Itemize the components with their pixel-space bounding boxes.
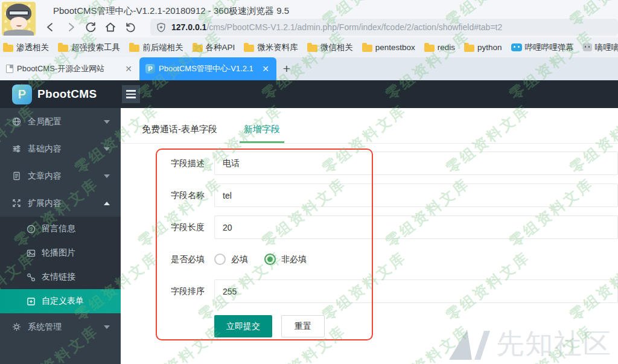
pbootcms-favicon: P <box>145 64 155 74</box>
radio-not-required-label[interactable]: 非必填 <box>281 254 307 265</box>
bookmark-label: 微信相关 <box>320 42 353 53</box>
browser-tab-site[interactable]: PbootCMS-开源企业网站 ✕ <box>0 57 139 80</box>
field-name-input[interactable] <box>214 184 618 207</box>
chevron-down-icon <box>104 174 110 178</box>
form-row-required: 是否必填 必填 非必填 <box>214 247 618 271</box>
form-row-description: 字段描述 <box>214 152 618 175</box>
undo-button[interactable] <box>122 19 139 36</box>
xianzhi-logo-icon <box>448 327 491 361</box>
undo-icon <box>124 21 136 33</box>
bookmark-folder[interactable]: pentestbox <box>362 43 415 52</box>
forward-button[interactable] <box>62 19 79 36</box>
expand-arrows-icon <box>12 199 21 208</box>
question-circle-icon: ? <box>27 225 36 234</box>
close-tab-icon[interactable]: ✕ <box>261 64 270 74</box>
chevron-down-icon <box>104 147 110 151</box>
bookmark-bilibili[interactable]: 哔哩哔哩弹幕 <box>511 42 574 53</box>
bookmark-label: pentestbox <box>375 43 415 52</box>
bookmark-label: 超强搜索工具 <box>71 42 120 53</box>
field-name-label: 字段名称 <box>171 184 205 207</box>
refresh-icon <box>84 21 97 33</box>
radio-required[interactable] <box>214 254 226 265</box>
avatar-shoulders <box>4 30 34 36</box>
document-icon <box>12 171 21 180</box>
sidebar-subitem-messages[interactable]: ? 留言信息 <box>0 217 121 241</box>
avatar-visor <box>8 10 29 16</box>
refresh-button[interactable] <box>82 19 99 36</box>
bookmark-folder[interactable]: 渗透相关 <box>3 42 49 53</box>
bookmark-folder[interactable]: redis <box>424 43 455 52</box>
admin-header: P PbootCMS <box>0 80 618 108</box>
radio-dot <box>267 257 273 262</box>
url-path: /cms/PbootCMS-V1.2.1/admin.php/Form/inde… <box>206 22 502 32</box>
shield-safety-icon <box>156 22 166 33</box>
field-length-input[interactable] <box>214 216 618 239</box>
sidebar-toggle-button[interactable] <box>122 85 140 103</box>
sidebar-subitem-carousel[interactable]: 轮播图片 <box>0 241 121 265</box>
bookmark-label: 哔哩哔哩弹幕 <box>525 42 574 53</box>
sidebar-subitem-custom-forms-active[interactable]: 自定义表单 <box>0 289 121 313</box>
sidebar-item-extended-content[interactable]: 扩展内容 <box>0 190 121 217</box>
radio-required-label[interactable]: 必填 <box>231 254 248 265</box>
submit-button[interactable]: 立即提交 <box>214 315 272 337</box>
browser-tab-admin-active[interactable]: P PbootCMS管理中心-V1.2.1 ✕ <box>139 57 276 80</box>
field-sort-label: 字段排序 <box>171 279 205 303</box>
home-button[interactable] <box>102 19 119 36</box>
xianzhi-logo-text: 先知社区 <box>496 325 612 363</box>
required-label: 是否必填 <box>171 247 205 271</box>
bookmark-folder[interactable]: 微米资料库 <box>244 42 298 53</box>
bookmark-label: 渗透相关 <box>16 42 49 53</box>
content-tabs: 免费通话-表单字段 新增字段 <box>121 108 618 144</box>
bookmark-folder[interactable]: 各种API <box>193 42 235 53</box>
bookmark-folder[interactable]: python <box>464 43 502 52</box>
globe-icon <box>12 117 21 126</box>
brand[interactable]: P PbootCMS <box>0 80 121 108</box>
bookmark-folder[interactable]: 超强搜索工具 <box>58 42 120 53</box>
chevron-down-icon <box>104 120 110 124</box>
sidebar-item-label: 扩展内容 <box>28 198 104 209</box>
address-bar[interactable]: 127.0.0.1/cms/PbootCMS-V1.2.1/admin.php/… <box>150 19 618 36</box>
reset-button[interactable]: 重置 <box>281 315 325 337</box>
new-tab-button[interactable]: + <box>276 57 297 80</box>
bookmark-dilidili[interactable]: 嘀哩嘀 <box>583 42 618 53</box>
back-button[interactable] <box>42 19 59 36</box>
sidebar-subitem-label: 友情链接 <box>42 272 121 283</box>
field-sort-input[interactable] <box>214 279 618 303</box>
sidebar-subitem-label: 轮播图片 <box>42 247 121 258</box>
bookmarks-bar: 渗透相关 超强搜索工具 前后端相关 各种API 微米资料库 微信相关 pente… <box>0 37 618 57</box>
page-icon <box>6 65 13 73</box>
field-length-label: 字段长度 <box>171 216 205 239</box>
home-icon <box>104 21 116 33</box>
folder-icon <box>129 45 139 52</box>
close-tab-icon[interactable]: ✕ <box>124 64 133 74</box>
folder-icon <box>307 45 317 52</box>
sidebar-subitem-friend-links[interactable]: 友情链接 <box>0 265 121 289</box>
sidebar-item-basic-content[interactable]: 基础内容 <box>0 135 121 162</box>
sidebar-item-article-content[interactable]: 文章内容 <box>0 162 121 190</box>
sidebar-subitem-label: 自定义表单 <box>42 296 121 307</box>
sidebar-item-label: 基础内容 <box>28 144 104 155</box>
tab-add-field-active[interactable]: 新增字段 <box>240 124 284 143</box>
folder-icon <box>244 45 254 52</box>
user-avatar[interactable] <box>2 2 36 36</box>
form-row-sort: 字段排序 <box>214 279 618 303</box>
field-description-input[interactable] <box>214 152 618 175</box>
sidebar-item-global-config[interactable]: 全局配置 <box>0 108 121 135</box>
admin-body: 全局配置 基础内容 文章内容 扩展内容 ? 留言信息 <box>0 108 618 364</box>
tab-form-fields[interactable]: 免费通话-表单字段 <box>138 124 221 143</box>
form-plus-icon <box>27 297 36 306</box>
avatar-smile <box>16 24 22 27</box>
form-row-name: 字段名称 <box>214 184 618 207</box>
bookmark-label: 前后端相关 <box>142 42 183 53</box>
field-description-label: 字段描述 <box>171 152 205 175</box>
bookmark-folder[interactable]: 前后端相关 <box>129 42 183 53</box>
browser-tab-bar: PbootCMS-开源企业网站 ✕ P PbootCMS管理中心-V1.2.1 … <box>0 57 618 80</box>
sidebar-item-system-management[interactable]: 系统管理 <box>0 313 121 340</box>
gear-icon <box>12 322 21 331</box>
dilidili-icon <box>583 43 592 51</box>
bookmark-label: 微米资料库 <box>257 42 298 53</box>
bookmark-folder[interactable]: 微信相关 <box>307 42 353 53</box>
radio-not-required-checked[interactable] <box>264 254 276 265</box>
chevron-down-icon <box>104 325 110 329</box>
url-host: 127.0.0.1 <box>171 22 206 32</box>
